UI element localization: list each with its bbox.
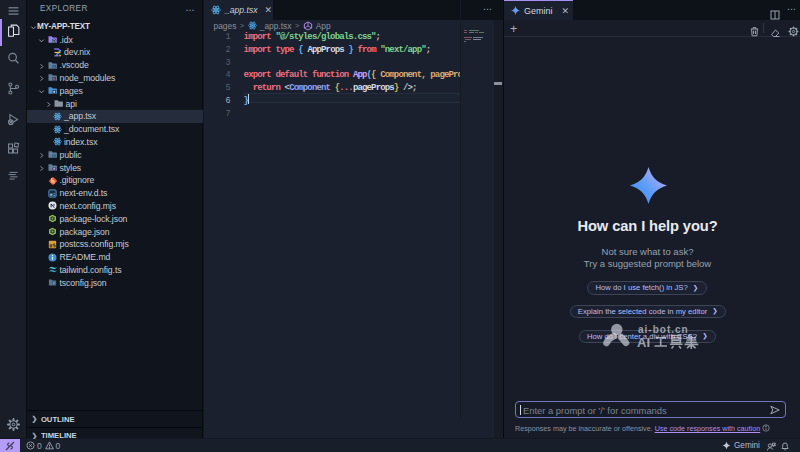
svg-text:ai-bot.cn: ai-bot.cn [638, 324, 689, 335]
svg-text:AI: AI [637, 335, 650, 350]
